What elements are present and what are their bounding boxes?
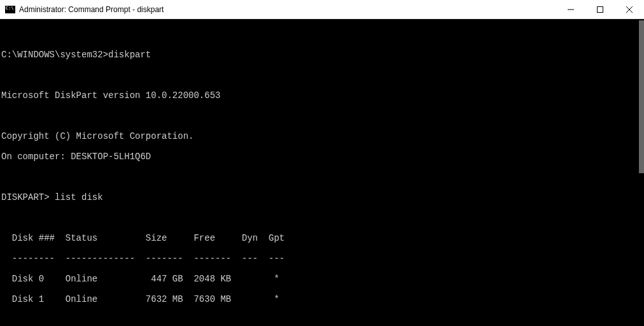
terminal-line: DISKPART> list disk [1, 192, 644, 202]
terminal-line [1, 172, 644, 182]
terminal-output: C:\WINDOWS\system32>diskpart Microsoft D… [1, 39, 644, 326]
terminal-line: -------- ------------- ------- ------- -… [1, 253, 644, 264]
terminal-line: Microsoft DiskPart version 10.0.22000.65… [1, 90, 644, 101]
window-title: Administrator: Command Prompt - diskpart [19, 5, 556, 14]
terminal-line [1, 315, 644, 325]
terminal-line: Copyright (C) Microsoft Corporation. [1, 131, 644, 141]
terminal[interactable]: C:\WINDOWS\system32>diskpart Microsoft D… [0, 19, 644, 326]
svg-rect-1 [598, 7, 603, 13]
terminal-line: Disk 1 Online 7632 MB 7630 MB * [1, 294, 644, 304]
terminal-line: Disk ### Status Size Free Dyn Gpt [1, 233, 644, 243]
titlebar: Administrator: Command Prompt - diskpart [0, 0, 644, 19]
terminal-line [1, 111, 644, 121]
cmd-icon [5, 6, 15, 13]
close-button[interactable] [615, 0, 644, 19]
terminal-line [1, 213, 644, 223]
minimize-icon [568, 6, 574, 13]
terminal-line: Disk 0 Online 447 GB 2048 KB * [1, 274, 644, 284]
terminal-line: C:\WINDOWS\system32>diskpart [1, 50, 644, 60]
scrollbar-thumb[interactable] [639, 20, 644, 173]
maximize-icon [597, 6, 603, 13]
minimize-button[interactable] [556, 0, 585, 19]
terminal-line: On computer: DESKTOP-5LH1Q6D [1, 152, 644, 162]
terminal-line [1, 70, 644, 80]
window-controls [556, 0, 644, 18]
close-icon [626, 6, 633, 13]
scrollbar[interactable] [635, 19, 644, 326]
maximize-button[interactable] [585, 0, 615, 19]
